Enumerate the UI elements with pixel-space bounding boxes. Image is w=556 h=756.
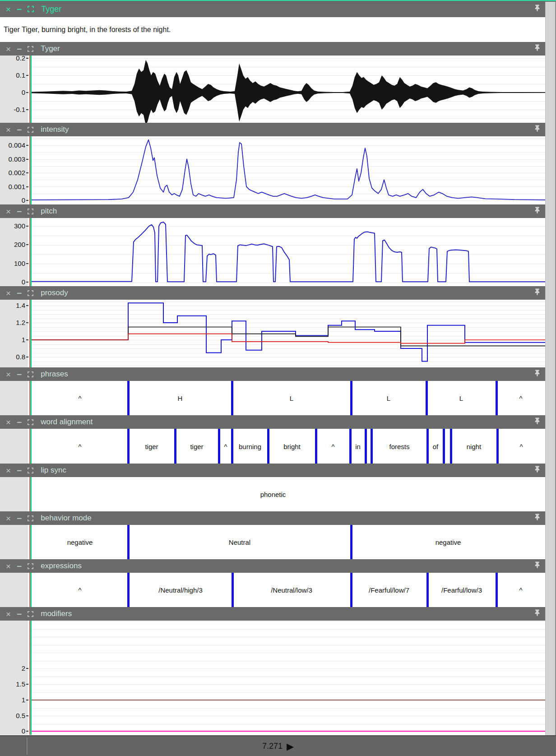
axis-gutter bbox=[0, 477, 28, 511]
close-icon[interactable]: × bbox=[6, 125, 11, 134]
segment-boundary[interactable] bbox=[232, 573, 234, 607]
close-icon[interactable]: × bbox=[6, 466, 11, 475]
segment-boundary[interactable] bbox=[496, 573, 498, 607]
panel-body-intensity: 0.0040.0030.0020.0010 bbox=[0, 136, 556, 204]
segment-boundary[interactable] bbox=[218, 429, 220, 464]
playback-cursor[interactable] bbox=[30, 300, 32, 367]
maximize-icon[interactable] bbox=[28, 419, 33, 425]
close-icon[interactable]: × bbox=[6, 5, 11, 14]
segment-boundary[interactable] bbox=[450, 429, 452, 464]
pin-icon[interactable] bbox=[534, 417, 541, 427]
pin-icon[interactable] bbox=[534, 288, 541, 297]
segment-boundary[interactable] bbox=[371, 429, 373, 464]
pin-icon[interactable] bbox=[534, 609, 541, 618]
maximize-icon[interactable] bbox=[28, 515, 33, 521]
close-icon[interactable]: × bbox=[6, 45, 11, 53]
segment-label: negative bbox=[67, 538, 93, 546]
axis-gutter bbox=[0, 573, 28, 607]
minimize-icon[interactable]: − bbox=[17, 514, 22, 523]
segment-label: ^ bbox=[519, 394, 522, 402]
minimize-icon[interactable]: − bbox=[17, 610, 22, 618]
minimize-icon[interactable]: − bbox=[17, 370, 22, 379]
maximize-icon[interactable] bbox=[28, 468, 33, 473]
y-tick-mark bbox=[26, 109, 28, 110]
pin-icon[interactable] bbox=[534, 370, 541, 379]
minimize-icon[interactable]: − bbox=[17, 562, 22, 570]
playback-cursor[interactable] bbox=[30, 218, 32, 286]
segment-boundary[interactable] bbox=[174, 429, 176, 464]
minimize-icon[interactable]: − bbox=[17, 207, 22, 216]
segment-boundary[interactable] bbox=[426, 381, 428, 415]
playback-cursor[interactable] bbox=[30, 573, 32, 607]
minimize-icon[interactable]: − bbox=[17, 5, 22, 14]
maximize-icon[interactable] bbox=[28, 371, 33, 377]
minimize-icon[interactable]: − bbox=[17, 418, 22, 427]
close-icon[interactable]: × bbox=[6, 610, 11, 618]
maximize-icon[interactable] bbox=[28, 46, 33, 52]
minimize-icon[interactable]: − bbox=[17, 289, 22, 297]
maximize-icon[interactable] bbox=[28, 290, 33, 296]
vertical-scrollbar[interactable] bbox=[545, 2, 556, 736]
maximize-icon[interactable] bbox=[28, 209, 33, 214]
playback-cursor[interactable] bbox=[30, 136, 32, 204]
segment-boundary[interactable] bbox=[350, 525, 352, 559]
waveform-shape bbox=[32, 60, 545, 123]
pin-icon[interactable] bbox=[534, 207, 541, 216]
minimize-icon[interactable]: − bbox=[17, 125, 22, 134]
time-display: 7.271 bbox=[262, 742, 283, 751]
close-icon[interactable]: × bbox=[6, 418, 11, 427]
maximize-icon[interactable] bbox=[28, 6, 34, 12]
play-button[interactable]: ▶ bbox=[287, 742, 294, 751]
close-icon[interactable]: × bbox=[6, 289, 11, 297]
pin-icon[interactable] bbox=[534, 44, 541, 53]
maximize-icon[interactable] bbox=[28, 611, 33, 617]
minimize-icon[interactable]: − bbox=[17, 466, 22, 475]
segment-boundary[interactable] bbox=[496, 429, 499, 464]
segment-label: of bbox=[433, 442, 439, 450]
close-icon[interactable]: × bbox=[6, 562, 11, 570]
y-tick-label: 2 bbox=[0, 664, 25, 672]
pin-icon[interactable] bbox=[534, 514, 541, 523]
playback-cursor[interactable] bbox=[30, 429, 32, 464]
segment-boundary[interactable] bbox=[350, 573, 352, 607]
segment-boundary[interactable] bbox=[350, 381, 352, 415]
minimize-icon[interactable]: − bbox=[17, 45, 22, 53]
playback-cursor[interactable] bbox=[30, 477, 32, 511]
segment-boundary[interactable] bbox=[426, 573, 429, 607]
segment-boundary[interactable] bbox=[426, 429, 429, 464]
intensity-plot[interactable] bbox=[32, 136, 545, 204]
segment-boundary[interactable] bbox=[496, 381, 498, 415]
playback-cursor[interactable] bbox=[30, 525, 32, 559]
segment-boundary[interactable] bbox=[127, 381, 130, 415]
modifier-line-zero[interactable] bbox=[32, 731, 545, 732]
segment-boundary[interactable] bbox=[349, 429, 352, 464]
pin-icon[interactable] bbox=[534, 561, 541, 570]
segment-boundary[interactable] bbox=[127, 573, 130, 607]
segment-boundary[interactable] bbox=[267, 429, 269, 464]
pin-icon[interactable] bbox=[534, 466, 541, 475]
pitch-plot[interactable] bbox=[32, 218, 545, 286]
playback-cursor[interactable] bbox=[30, 381, 32, 415]
pin-icon[interactable] bbox=[534, 125, 541, 134]
segment-boundary[interactable] bbox=[231, 381, 233, 415]
close-icon[interactable]: × bbox=[6, 207, 11, 216]
pin-icon[interactable] bbox=[534, 5, 541, 14]
close-icon[interactable]: × bbox=[6, 370, 11, 379]
playback-cursor[interactable] bbox=[30, 621, 32, 735]
prosody-plot[interactable] bbox=[32, 300, 545, 367]
playback-cursor[interactable] bbox=[30, 56, 32, 123]
modifier-line-one[interactable] bbox=[32, 700, 545, 700]
segment-boundary[interactable] bbox=[443, 429, 445, 464]
segment-boundary[interactable] bbox=[315, 429, 317, 464]
waveform-plot[interactable] bbox=[32, 56, 545, 123]
segment-boundary[interactable] bbox=[365, 429, 367, 464]
timeline-bar[interactable]: 7.271 ▶ bbox=[0, 735, 556, 756]
window-title-bar: × − Tyger bbox=[0, 1, 556, 17]
segment-boundary[interactable] bbox=[231, 429, 233, 464]
close-icon[interactable]: × bbox=[6, 514, 11, 523]
segment-boundary[interactable] bbox=[127, 429, 130, 464]
segment-boundary[interactable] bbox=[127, 525, 130, 559]
panel-stack: ×−Tyger0.20.10-0.1×−intensity0.0040.0030… bbox=[0, 42, 556, 735]
maximize-icon[interactable] bbox=[28, 563, 33, 569]
maximize-icon[interactable] bbox=[28, 127, 33, 133]
